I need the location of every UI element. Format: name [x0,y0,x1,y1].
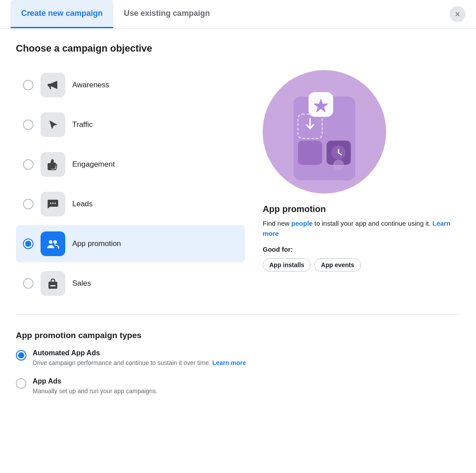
objectives-list: Awareness Traffic [16,67,245,302]
automated-desc-text: Drive campaign performance and continue … [33,359,212,366]
bag-icon [47,277,59,290]
desc-text: Find new people to install your app and … [263,219,460,238]
objective-traffic[interactable]: Traffic [16,106,245,143]
illustration-svg [263,70,386,194]
svg-rect-10 [298,141,322,165]
app-ads-name: App Ads [33,377,460,385]
automated-name: Automated App Ads [33,349,460,357]
campaign-type-app-ads[interactable]: App Ads Manually set up and run your app… [16,377,460,396]
desc-text-before-link: Find new [263,220,291,227]
awareness-icon-box [41,73,65,97]
traffic-icon-box [41,112,65,137]
automated-desc: Drive campaign performance and continue … [33,359,460,368]
megaphone-icon [47,79,59,91]
leads-icon-box [41,192,65,216]
campaign-types-section: App promotion campaign types Automated A… [16,331,460,395]
tag-app-installs: App installs [263,258,311,272]
svg-point-3 [55,203,56,204]
radio-app-promotion[interactable] [23,238,33,249]
tab-existing-campaign[interactable]: Use existing campaign [113,0,220,28]
divider [16,314,460,315]
good-for-title: Good for: [263,246,460,253]
svg-point-15 [333,160,344,170]
app-ads-info: App Ads Manually set up and run your app… [33,377,460,396]
objective-leads[interactable]: Leads [16,186,245,223]
objective-awareness[interactable]: Awareness [16,67,245,104]
objective-app-promotion[interactable]: App promotion [16,225,245,262]
people-icon [46,237,60,250]
svg-rect-7 [50,285,56,287]
app-promotion-icon-box [41,231,65,256]
app-ads-desc: Manually set up and run your app campaig… [33,387,460,396]
tab-create-campaign[interactable]: Create new campaign [11,0,113,28]
desc-title: App promotion [263,204,460,214]
traffic-label: Traffic [72,120,93,129]
svg-point-1 [50,203,52,204]
tag-app-events: App events [314,258,361,272]
awareness-label: Awareness [72,81,109,89]
chat-icon [47,198,59,210]
svg-point-5 [53,240,57,244]
engagement-icon-box [41,152,65,177]
automated-info: Automated App Ads Drive campaign perform… [33,349,460,368]
campaign-type-automated[interactable]: Automated App Ads Drive campaign perform… [16,349,460,368]
section-title: Choose a campaign objective [16,43,460,54]
desc-text-after-link: to install your app and continue using i… [312,220,432,227]
objective-engagement[interactable]: Engagement [16,146,245,183]
objective-sales[interactable]: Sales [16,265,245,302]
description-panel: App promotion Find new people to install… [263,67,460,302]
app-ads-desc-text: Manually set up and run your app campaig… [33,387,157,395]
radio-sales[interactable] [23,278,33,289]
close-button[interactable]: × [450,6,465,22]
svg-point-4 [49,240,52,244]
app-promotion-label: App promotion [72,239,121,248]
radio-automated[interactable] [16,350,26,361]
sales-label: Sales [72,279,91,288]
leads-label: Leads [72,200,93,209]
sales-icon-box [41,271,65,296]
content-grid: Awareness Traffic [16,67,460,302]
tags-container: App installs App events [263,258,460,272]
people-link[interactable]: people [291,220,312,227]
cursor-icon [47,119,59,130]
close-icon: × [455,9,460,19]
app-promotion-illustration [263,70,386,194]
automated-learn-more-link[interactable]: Learn more [212,359,246,366]
radio-awareness[interactable] [23,80,33,90]
main-content: Choose a campaign objective Awareness [0,29,476,419]
thumbsup-icon [47,158,59,171]
radio-engagement[interactable] [23,159,33,170]
radio-traffic[interactable] [23,119,33,130]
svg-point-2 [52,203,54,204]
radio-app-ads[interactable] [16,378,26,389]
campaign-types-title: App promotion campaign types [16,331,460,340]
radio-leads[interactable] [23,199,33,209]
header: Create new campaign Use existing campaig… [0,0,476,29]
svg-rect-0 [48,164,51,170]
engagement-label: Engagement [72,160,115,169]
